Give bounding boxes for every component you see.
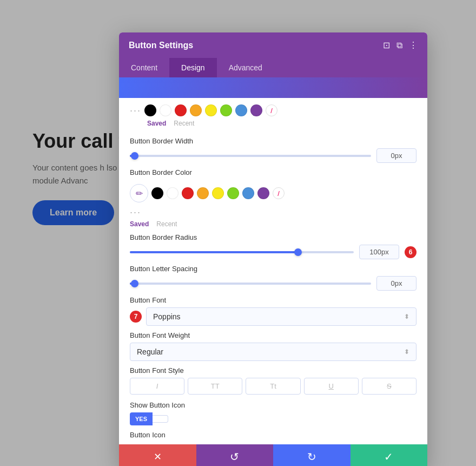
redo-icon: ↻	[307, 450, 316, 463]
font-style-label: Button Font Style	[130, 366, 416, 375]
panel-tabs: Content Design Advanced	[119, 58, 427, 77]
border-color-green[interactable]	[227, 187, 239, 199]
more-options-icon[interactable]: ⋮	[409, 40, 418, 50]
icon-grid: ↑ ↓ ← → ↖ ↗ ↘ ↙ ↕ ⇅ ⇆ ↔ ⤢ ↱ ↲ ⇄ ✛ ^	[130, 442, 416, 444]
color-blue[interactable]	[235, 104, 247, 116]
color-green[interactable]	[220, 104, 232, 116]
border-width-track[interactable]	[130, 155, 371, 157]
border-color-yellow[interactable]	[212, 187, 224, 199]
toggle-no-button[interactable]	[153, 415, 168, 423]
undo-icon: ↺	[230, 450, 239, 463]
border-radius-slider-row: 100px 6	[130, 245, 416, 259]
border-radius-label: Button Border Radius	[130, 233, 197, 241]
button-settings-panel: Button Settings ⊡ ⧉ ⋮ Content Design Adv…	[119, 32, 427, 466]
font-style-underline[interactable]: U	[304, 378, 359, 395]
panel-title: Button Settings	[129, 41, 193, 50]
color-purple[interactable]	[250, 104, 262, 116]
letter-spacing-label: Button Letter Spacing	[130, 265, 416, 273]
font-weight-label: Button Font Weight	[130, 331, 416, 339]
border-color-black[interactable]	[151, 187, 163, 199]
border-radius-input[interactable]: 100px	[359, 245, 399, 259]
border-color-purple[interactable]	[257, 187, 269, 199]
border-radius-thumb[interactable]	[294, 248, 302, 256]
bottom-bar: ✕ ↺ ↻ ✓	[119, 444, 427, 466]
color-orange[interactable]	[190, 104, 202, 116]
border-width-thumb[interactable]	[131, 152, 138, 160]
border-color-red[interactable]	[182, 187, 194, 199]
color-yellow[interactable]	[205, 104, 217, 116]
tab-design[interactable]: Design	[169, 58, 217, 77]
show-icon-label: Show Button Icon	[130, 401, 416, 409]
letter-spacing-input[interactable]: 0px	[376, 276, 416, 291]
panel-header-icons: ⊡ ⧉ ⋮	[383, 40, 418, 50]
border-color-none[interactable]: /	[273, 187, 285, 199]
show-icon-toggle: YES	[130, 412, 416, 425]
border-color-orange[interactable]	[197, 187, 209, 199]
button-icon-label: Button Icon	[130, 431, 416, 439]
border-color-label: Button Border Color	[130, 168, 416, 176]
color-black[interactable]	[144, 104, 156, 116]
border-color-blue[interactable]	[242, 187, 254, 199]
border-radius-badge[interactable]: 6	[405, 246, 416, 258]
border-width-input[interactable]: 0px	[376, 148, 416, 163]
font-style-strikethrough[interactable]: S	[362, 378, 416, 395]
saved-label[interactable]: Saved	[147, 120, 166, 127]
eyedropper-button[interactable]: ✏	[130, 184, 148, 202]
border-color-white[interactable]	[167, 187, 178, 199]
save-icon: ✓	[384, 450, 393, 463]
color-swatches-top: ··· /	[130, 98, 416, 119]
font-badge[interactable]: 7	[130, 311, 142, 323]
more-colors-icon[interactable]: ···	[130, 105, 141, 116]
font-label: Button Font	[130, 296, 416, 304]
blue-gradient-bar	[119, 77, 427, 98]
tab-advanced[interactable]: Advanced	[217, 58, 274, 77]
border-width-slider-row: 0px	[130, 148, 416, 163]
font-weight-arrow: ⬍	[404, 348, 409, 356]
font-weight-select[interactable]: Regular ⬍	[130, 343, 416, 361]
letter-spacing-thumb[interactable]	[131, 280, 138, 287]
tab-content[interactable]: Content	[119, 58, 169, 77]
font-weight-value: Regular	[137, 347, 163, 356]
save-button[interactable]: ✓	[351, 444, 428, 466]
responsive-icon[interactable]: ⊡	[383, 40, 390, 50]
font-select-arrow: ⬍	[404, 313, 409, 320]
redo-button[interactable]: ↻	[273, 444, 351, 466]
font-style-buttons: I TT Tt U S	[130, 378, 416, 395]
border-color-more-row: ···	[130, 205, 416, 219]
border-radius-section-header: Button Border Radius	[130, 233, 416, 245]
border-radius-fill	[130, 251, 298, 253]
font-select[interactable]: Poppins ⬍	[146, 307, 416, 326]
recent-label[interactable]: Recent	[174, 120, 194, 127]
font-style-uppercase[interactable]: TT	[188, 378, 242, 395]
panel-body: ··· / Saved Recent Button Border Width 0…	[119, 98, 427, 444]
font-style-italic[interactable]: I	[130, 378, 184, 395]
font-value: Poppins	[153, 312, 181, 321]
expand-icon[interactable]: ⧉	[396, 41, 402, 50]
font-style-capitalize[interactable]: Tt	[246, 378, 300, 395]
border-color-more-icon[interactable]: ···	[130, 207, 141, 218]
border-saved-label[interactable]: Saved	[130, 220, 149, 228]
border-radius-track[interactable]	[130, 251, 354, 253]
letter-spacing-track[interactable]	[130, 283, 371, 285]
saved-recent-top: Saved Recent	[130, 119, 416, 132]
color-swatches-border: ✏ /	[130, 180, 416, 205]
cancel-icon: ✕	[154, 451, 162, 463]
undo-button[interactable]: ↺	[196, 444, 274, 466]
color-none[interactable]: /	[266, 104, 277, 116]
color-red[interactable]	[175, 104, 187, 116]
border-width-label: Button Border Width	[130, 137, 416, 145]
letter-spacing-slider-row: 0px	[130, 276, 416, 291]
cancel-button[interactable]: ✕	[119, 444, 196, 466]
color-white[interactable]	[160, 104, 171, 116]
panel-header: Button Settings ⊡ ⧉ ⋮	[119, 32, 427, 58]
toggle-yes-button[interactable]: YES	[130, 412, 153, 425]
border-recent-label[interactable]: Recent	[156, 220, 177, 228]
saved-recent-border: Saved Recent	[130, 219, 416, 232]
